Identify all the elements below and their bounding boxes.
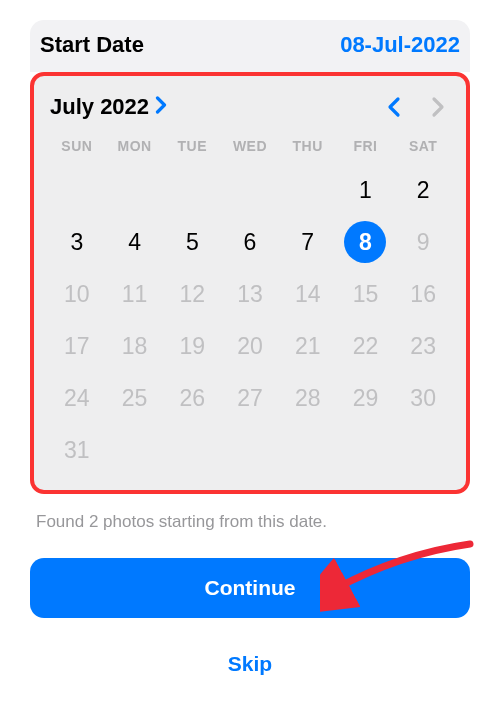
- weekday-label: SUN: [50, 138, 104, 154]
- day-cell[interactable]: 26: [165, 374, 219, 422]
- prev-month-button[interactable]: [382, 95, 406, 119]
- day-cell[interactable]: 24: [50, 374, 104, 422]
- day-cell[interactable]: 27: [223, 374, 277, 422]
- month-nav: [382, 95, 450, 119]
- day-cell[interactable]: 28: [281, 374, 335, 422]
- continue-button[interactable]: Continue: [30, 558, 470, 618]
- days-grid: 1234567891011121314151617181920212223242…: [50, 166, 450, 474]
- weekday-label: TUE: [165, 138, 219, 154]
- weekday-label: SAT: [396, 138, 450, 154]
- day-cell[interactable]: 14: [281, 270, 335, 318]
- day-cell[interactable]: 1: [339, 166, 393, 214]
- header-row: Start Date 08-Jul-2022: [30, 20, 470, 72]
- day-cell[interactable]: 15: [339, 270, 393, 318]
- month-year-button[interactable]: July 2022: [50, 94, 168, 120]
- selected-date-value[interactable]: 08-Jul-2022: [340, 32, 460, 58]
- day-cell[interactable]: 11: [108, 270, 162, 318]
- day-cell[interactable]: 22: [339, 322, 393, 370]
- weekday-label: MON: [108, 138, 162, 154]
- day-cell[interactable]: 2: [396, 166, 450, 214]
- day-cell[interactable]: 16: [396, 270, 450, 318]
- day-cell[interactable]: 31: [50, 426, 104, 474]
- chevron-right-icon: [430, 96, 446, 118]
- chevron-left-icon: [386, 96, 402, 118]
- chevron-right-icon: [155, 94, 168, 120]
- day-cell[interactable]: 29: [339, 374, 393, 422]
- day-empty: [223, 166, 277, 214]
- day-cell[interactable]: 6: [223, 218, 277, 266]
- day-cell[interactable]: 30: [396, 374, 450, 422]
- day-cell[interactable]: 25: [108, 374, 162, 422]
- day-cell[interactable]: 5: [165, 218, 219, 266]
- day-cell[interactable]: 8: [339, 218, 393, 266]
- day-empty: [281, 166, 335, 214]
- day-cell[interactable]: 21: [281, 322, 335, 370]
- day-cell[interactable]: 9: [396, 218, 450, 266]
- day-cell[interactable]: 10: [50, 270, 104, 318]
- day-empty: [165, 166, 219, 214]
- next-month-button[interactable]: [426, 95, 450, 119]
- status-text: Found 2 photos starting from this date.: [30, 512, 470, 532]
- calendar-header: July 2022: [50, 94, 450, 120]
- day-cell[interactable]: 18: [108, 322, 162, 370]
- day-cell[interactable]: 19: [165, 322, 219, 370]
- day-cell[interactable]: 20: [223, 322, 277, 370]
- calendar-card: July 2022 SUN MON TUE WED THU FRI SAT: [30, 72, 470, 494]
- day-empty: [108, 166, 162, 214]
- day-empty: [50, 166, 104, 214]
- day-cell[interactable]: 4: [108, 218, 162, 266]
- day-cell[interactable]: 23: [396, 322, 450, 370]
- day-cell[interactable]: 12: [165, 270, 219, 318]
- month-year-label: July 2022: [50, 94, 149, 120]
- day-cell[interactable]: 17: [50, 322, 104, 370]
- skip-button[interactable]: Skip: [30, 638, 470, 690]
- day-cell[interactable]: 13: [223, 270, 277, 318]
- start-date-label: Start Date: [40, 32, 144, 58]
- weekday-label: WED: [223, 138, 277, 154]
- weekday-row: SUN MON TUE WED THU FRI SAT: [50, 138, 450, 154]
- weekday-label: FRI: [339, 138, 393, 154]
- day-cell[interactable]: 7: [281, 218, 335, 266]
- weekday-label: THU: [281, 138, 335, 154]
- day-cell[interactable]: 3: [50, 218, 104, 266]
